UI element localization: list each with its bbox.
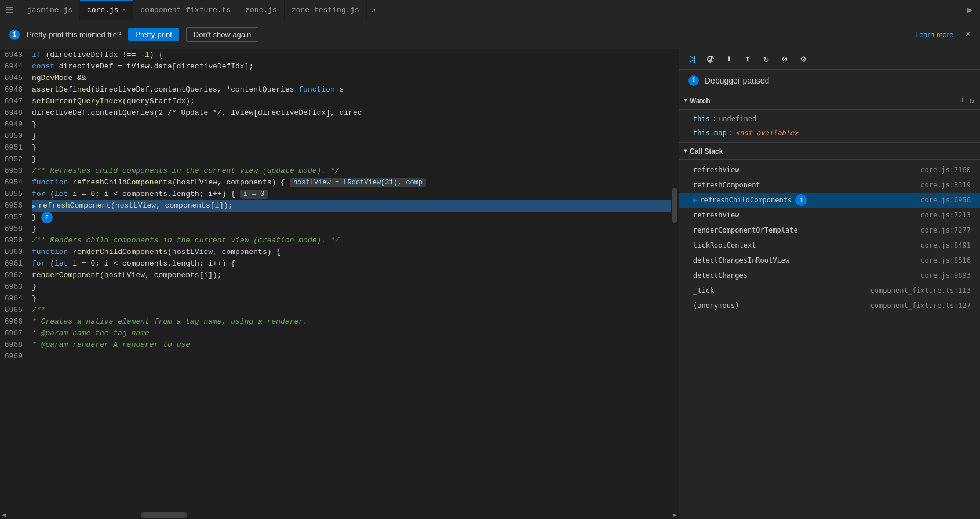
svg-rect-3 xyxy=(694,56,695,63)
restart-button[interactable]: ↻ xyxy=(758,51,774,67)
call-stack-content: refreshViewcore.js:7160refreshComponentc… xyxy=(679,160,980,315)
banner-message: Pretty-print this minified file? xyxy=(27,30,121,39)
callstack-name-0: refreshView xyxy=(693,164,739,176)
horizontal-scrollbar-thumb[interactable] xyxy=(141,512,187,518)
callstack-item-7[interactable]: detectChangescore.js:9893 xyxy=(679,268,980,283)
callstack-active-arrow: ▶ xyxy=(693,194,697,206)
pretty-print-button[interactable]: Pretty-print xyxy=(128,28,179,41)
callstack-location-7: core.js:9893 xyxy=(920,269,971,282)
watch-section-header[interactable]: ▼ Watch + ↻ xyxy=(679,92,980,110)
tab-component-fixture[interactable]: component_fixture.ts xyxy=(133,0,238,20)
run-button[interactable]: ▶ xyxy=(960,0,980,20)
watch-add-button[interactable]: + xyxy=(959,95,966,107)
debugger-status-icon: i xyxy=(688,75,699,86)
banner-info-icon: i xyxy=(9,30,20,40)
callstack-location-0: core.js:7160 xyxy=(920,164,971,176)
line-number-6967: 6967 xyxy=(0,328,27,339)
callstack-item-5[interactable]: tickRootContextcore.js:8491 xyxy=(679,238,980,253)
callstack-item-4[interactable]: renderComponentOrTemplatecore.js:7277 xyxy=(679,223,980,238)
sidebar-toggle-button[interactable] xyxy=(0,0,20,20)
code-text-6953: /** Refreshes child components in the cu… xyxy=(32,165,340,177)
line-number-6953: 6953 xyxy=(0,165,27,177)
call-stack-section-title: Call Stack xyxy=(690,147,975,155)
tab-zone[interactable]: zone.js xyxy=(238,0,285,20)
code-text-6957: } xyxy=(32,212,37,223)
callstack-location-2: core.js:6956 xyxy=(920,194,971,206)
line-number-6947: 6947 xyxy=(0,96,27,107)
code-editor: 6943694469456946694769486949695069516952… xyxy=(0,49,679,519)
watch-item-this[interactable]: this : undefined xyxy=(679,112,980,126)
code-text-6960: function renderChildComponents(hostLView… xyxy=(32,246,280,258)
step-out-button[interactable]: ⬆ xyxy=(739,51,756,67)
code-text-6968: * @param renderer A renderer to use xyxy=(32,339,190,351)
line-number-6949: 6949 xyxy=(0,119,27,130)
callstack-item-6[interactable]: detectChangesInRootViewcore.js:8516 xyxy=(679,253,980,268)
code-text-6952: } xyxy=(32,154,37,165)
tab-overflow-button[interactable]: » xyxy=(367,6,381,14)
line-number-6945: 6945 xyxy=(0,72,27,84)
code-line-6950: } xyxy=(32,130,671,142)
callstack-item-3[interactable]: refreshViewcore.js:7213 xyxy=(679,208,980,223)
callstack-item-1[interactable]: refreshComponentcore.js:8319 xyxy=(679,177,980,193)
tab-zone-testing[interactable]: zone-testing.js xyxy=(285,0,367,20)
watch-key-this-map: this.map xyxy=(693,127,727,139)
watch-refresh-button[interactable]: ↻ xyxy=(968,95,975,107)
horizontal-scrollbar-track[interactable] xyxy=(8,511,671,519)
callstack-item-9[interactable]: (anonymous)component_fixture.ts:127 xyxy=(679,298,980,313)
banner-close-button[interactable]: × xyxy=(965,30,971,40)
debugger-settings-button[interactable]: ⚙ xyxy=(795,51,811,67)
callstack-location-5: core.js:8491 xyxy=(920,239,971,252)
inline-value-6955: i = 0 xyxy=(240,190,268,199)
code-text-6947: setCurrentQueryIndex(queryStartIdx); xyxy=(32,96,195,107)
code-text-6963: } xyxy=(32,281,37,293)
line-number-6944: 6944 xyxy=(0,61,27,72)
tab-jasmine[interactable]: jasmine.js xyxy=(20,0,80,20)
debugger-panel: ⬇ ⬆ ↻ ⊘ ⚙ i Debugger paused ▼ Watch + ↻ … xyxy=(679,49,980,519)
code-text-6949: } xyxy=(32,119,37,130)
learn-more-link[interactable]: Learn more xyxy=(915,30,953,39)
vertical-scrollbar[interactable] xyxy=(671,49,679,511)
line-number-6950: 6950 xyxy=(0,130,27,142)
callstack-name-1: refreshComponent xyxy=(693,179,760,191)
dont-show-again-button[interactable]: Don't show again xyxy=(186,27,258,42)
step-into-button[interactable]: ⬇ xyxy=(721,51,737,67)
line-number-6951: 6951 xyxy=(0,142,27,154)
line-number-6952: 6952 xyxy=(0,154,27,165)
deactivate-breakpoints-button[interactable]: ⊘ xyxy=(777,51,793,67)
callstack-item-0[interactable]: refreshViewcore.js:7160 xyxy=(679,162,980,177)
step-over-button[interactable] xyxy=(702,51,719,67)
watch-key-this: this xyxy=(693,113,710,125)
code-line-6968: * @param renderer A renderer to use xyxy=(32,339,671,351)
code-column[interactable]: if (directiveDefIdx !== -1) { const dire… xyxy=(32,49,671,511)
code-text-6959: /** Renders child components in the curr… xyxy=(32,235,340,246)
pretty-print-banner: i Pretty-print this minified file? Prett… xyxy=(0,20,980,49)
tab-core[interactable]: core.js × xyxy=(80,0,133,20)
code-text-6946: assertDefined(directiveDef.contentQuerie… xyxy=(32,84,344,96)
tab-core-close-icon[interactable]: × xyxy=(122,7,126,14)
code-line-6960: function renderChildComponents(hostLView… xyxy=(32,246,671,258)
line-number-6968: 6968 xyxy=(0,339,27,351)
callstack-name-7: detectChanges xyxy=(693,269,748,282)
callstack-name-5: tickRootContext xyxy=(693,239,756,252)
call-stack-arrow-icon: ▼ xyxy=(684,148,687,154)
vertical-scrollbar-thumb[interactable] xyxy=(672,188,677,223)
scroll-left-button[interactable]: ◀ xyxy=(0,511,8,519)
resume-button[interactable] xyxy=(684,51,700,67)
code-line-6943: if (directiveDefIdx !== -1) { xyxy=(32,49,671,61)
line-number-6963: 6963 xyxy=(0,281,27,293)
scroll-right-button[interactable]: ▶ xyxy=(671,511,679,519)
call-stack-section-header[interactable]: ▼ Call Stack xyxy=(679,143,980,160)
line-number-6962: 6962 xyxy=(0,270,27,281)
code-line-6952: } xyxy=(32,154,671,165)
code-line-6944: const directiveDef = tView.data[directiv… xyxy=(32,61,671,72)
callstack-item-2[interactable]: ▶refreshChildComponents1core.js:6956 xyxy=(679,193,980,208)
line-number-6964: 6964 xyxy=(0,293,27,304)
watch-section-title: Watch xyxy=(690,97,959,105)
svg-rect-0 xyxy=(6,7,13,8)
line-numbers: 6943694469456946694769486949695069516952… xyxy=(0,49,32,511)
line-number-6946: 6946 xyxy=(0,84,27,96)
code-text-6951: } xyxy=(32,142,37,154)
watch-item-this-map[interactable]: this.map : <not available> xyxy=(679,126,980,140)
debugger-status: i Debugger paused xyxy=(679,70,980,92)
callstack-item-8[interactable]: _tickcomponent_fixture.ts:113 xyxy=(679,283,980,298)
